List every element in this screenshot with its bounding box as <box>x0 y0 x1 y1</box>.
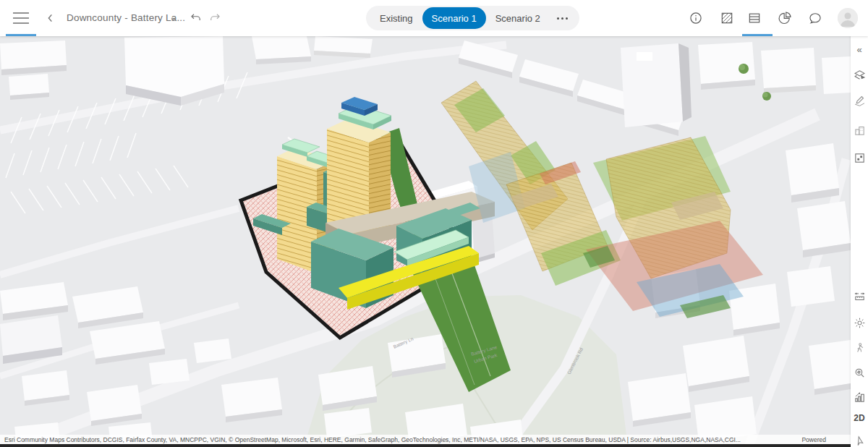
speech-bubble-icon <box>808 11 822 25</box>
undo-icon <box>190 12 203 25</box>
info-icon <box>689 11 703 25</box>
data-table-button[interactable] <box>746 10 762 26</box>
menu-button[interactable] <box>12 10 30 26</box>
powered-by-text: Powered <box>801 436 846 443</box>
chevron-left-icon <box>45 12 56 24</box>
undo-button[interactable] <box>188 10 204 26</box>
buildings-button[interactable] <box>852 124 867 137</box>
map-3d-scene[interactable]: Battery Ln Battery Lane Urban Park Glenb… <box>0 36 851 447</box>
table-rows-icon <box>747 11 762 25</box>
redo-button[interactable] <box>207 10 223 26</box>
account-avatar[interactable] <box>838 8 858 28</box>
more-scenarios-button[interactable] <box>550 17 575 20</box>
collapse-panel-button[interactable]: « <box>852 42 867 56</box>
back-button[interactable] <box>42 9 59 27</box>
chart-buildings-icon <box>854 391 866 404</box>
hatched-square-icon <box>720 11 734 25</box>
pedestrian-view-button[interactable] <box>852 341 867 354</box>
title-dropdown-button[interactable] <box>168 13 179 25</box>
menu-icon <box>13 12 29 25</box>
tab-existing[interactable]: Existing <box>370 7 422 29</box>
avatar-person-icon <box>838 8 858 28</box>
compass-north-button[interactable] <box>852 434 867 447</box>
sun-icon <box>854 317 866 329</box>
menu-active-underline <box>6 34 36 36</box>
buildings-icon <box>854 124 866 137</box>
arcgis-urban-app: Battery Ln Battery Lane Urban Park Glenb… <box>0 0 868 447</box>
table-active-underline <box>742 34 773 36</box>
tab-scenario-1[interactable]: Scenario 1 <box>422 7 486 29</box>
zoom-area-button[interactable] <box>852 366 867 379</box>
top-app-bar: Downcounty - Battery La... Existing Scen… <box>0 0 868 36</box>
walking-person-icon <box>854 342 866 354</box>
redo-icon <box>208 12 221 25</box>
info-button[interactable] <box>688 10 704 26</box>
zoning-overlay-button[interactable] <box>719 10 735 26</box>
edit-sketch-button[interactable] <box>852 93 867 106</box>
pencil-layers-icon <box>854 94 866 106</box>
tab-scenario-2[interactable]: Scenario 2 <box>486 7 550 29</box>
attribution-text: Esri Community Maps Contributors, DCGIS,… <box>4 436 741 443</box>
plans-map-icon <box>854 69 866 81</box>
comments-button[interactable] <box>807 10 823 26</box>
view-mode-2d-button[interactable]: 2D <box>852 413 867 423</box>
pie-chart-icon <box>778 11 792 25</box>
north-pointer-icon <box>854 435 866 447</box>
modify-space-button[interactable] <box>852 151 867 164</box>
daylight-button[interactable] <box>852 316 867 329</box>
map-viewport[interactable]: Battery Ln Battery Lane Urban Park Glenb… <box>0 36 851 447</box>
scenario-tabs: Existing Scenario 1 Scenario 2 <box>366 6 579 30</box>
measure-ruler-icon <box>854 290 866 302</box>
caret-down-icon <box>169 14 179 24</box>
bottom-edge-strip <box>0 444 851 447</box>
charts-button[interactable] <box>777 10 793 26</box>
capacity-metrics-button[interactable] <box>852 391 867 404</box>
plans-button[interactable] <box>852 68 867 81</box>
measure-button[interactable] <box>852 289 867 302</box>
ellipsis-icon <box>557 17 559 20</box>
right-tool-sidebar: « 2D <box>851 36 868 447</box>
map-attribution-bar: Esri Community Maps Contributors, DCGIS,… <box>0 435 851 444</box>
magnifier-area-icon <box>854 367 866 379</box>
grid-square-icon <box>854 152 866 164</box>
